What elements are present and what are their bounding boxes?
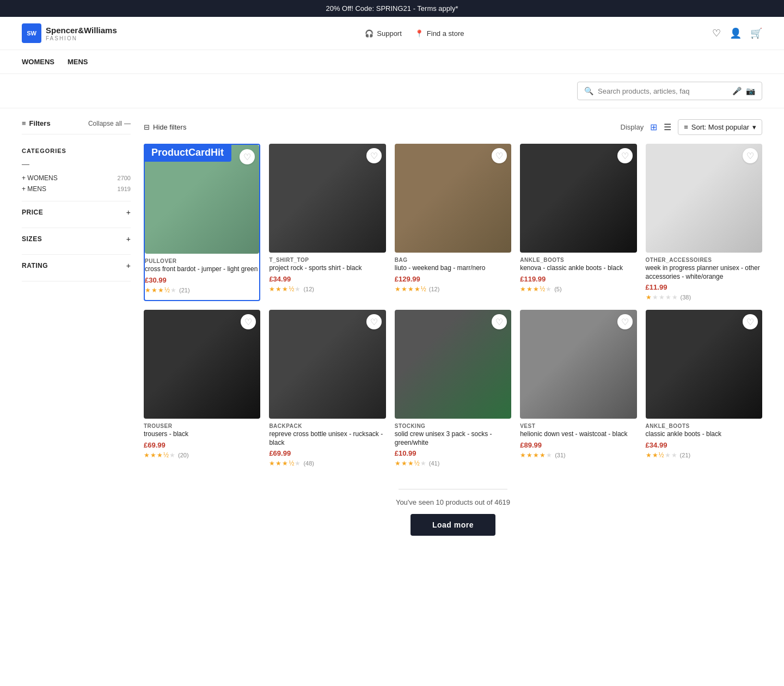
product-card[interactable]: ♡ STOCKING solid crew unisex 3 pack - so… [395, 310, 511, 467]
product-card[interactable]: ♡ TROUSER trousers - black £69.99 ★★★½★ … [144, 310, 260, 467]
product-category: ANKLE_BOOTS [520, 257, 636, 263]
voice-search-icon[interactable]: 🎤 [732, 87, 742, 95]
product-image-wrapper: ♡ [144, 310, 260, 419]
review-count: (41) [429, 460, 440, 467]
load-more-btn[interactable]: Load more [411, 514, 495, 536]
product-price: £34.99 [269, 275, 385, 283]
products-seen: You've seen 10 products out of 4619 [144, 498, 762, 506]
product-card[interactable]: ProductCardHit ♡ PULLOVER cross front ba… [144, 144, 260, 301]
filter-mens[interactable]: + MENS 1919 [22, 183, 131, 194]
review-count: (5) [554, 286, 561, 292]
nav-mens[interactable]: MENS [68, 56, 88, 68]
sizes-toggle[interactable]: SIZES + [22, 235, 131, 243]
header: SW Spencer&Williams FASHION 🎧 Support 📍 … [0, 17, 784, 50]
price-section: PRICE + [22, 201, 131, 228]
product-category: BAG [395, 257, 511, 263]
product-price: £129.99 [395, 275, 511, 283]
product-rating: ★★★★★ (38) [646, 293, 762, 301]
product-rating: ★★★½★ (12) [269, 285, 385, 293]
camera-search-icon[interactable]: 📷 [746, 87, 755, 95]
collapse-categories-icon: — [22, 160, 29, 168]
categories-section: CATEGORIES — + WOMENS 2700 + MENS 1919 [22, 141, 131, 201]
product-name: repreve cross bottle unisex - rucksack -… [269, 430, 385, 447]
hide-filters-btn[interactable]: ⊟ Hide filters [144, 123, 186, 131]
wishlist-btn[interactable]: ♡ [366, 314, 382, 329]
search-icon: 🔍 [584, 87, 593, 95]
product-card[interactable]: ♡ BAG liuto - weekend bag - marr/nero £1… [395, 144, 511, 301]
product-image-wrapper: ♡ [520, 144, 636, 253]
product-image-wrapper: ♡ [395, 310, 511, 419]
product-category: STOCKING [395, 423, 511, 429]
product-area-header: ⊟ Hide filters Display ⊞ ☰ ≡ Sort: Most … [144, 119, 762, 135]
wishlist-icon[interactable]: ♡ [712, 27, 721, 39]
product-image-wrapper: ♡ [269, 310, 385, 419]
product-card[interactable]: ♡ BACKPACK repreve cross bottle unisex -… [269, 310, 385, 467]
stars: ★★★½★ [395, 460, 427, 467]
sort-icon: ≡ [684, 123, 688, 131]
stars: ★★★★½ [395, 285, 427, 293]
product-price: £30.99 [145, 276, 259, 284]
stars: ★★★★★ [646, 293, 678, 301]
product-name: cross front bardot - jumper - light gree… [145, 265, 259, 274]
collapse-icon: — [124, 120, 131, 127]
wishlist-btn[interactable]: ♡ [617, 148, 633, 163]
product-image-wrapper: ♡ [269, 144, 385, 253]
product-grid: ProductCardHit ♡ PULLOVER cross front ba… [144, 144, 762, 467]
sort-chevron-icon: ▾ [752, 123, 756, 131]
product-name: liuto - weekend bag - marr/nero [395, 264, 511, 273]
brand-sub: FASHION [46, 35, 117, 41]
brand-name: Spencer&Williams [46, 26, 117, 35]
review-count: (20) [178, 452, 189, 458]
cart-icon[interactable]: 🛒 [750, 27, 762, 39]
product-name: trousers - black [144, 430, 260, 439]
top-banner: 20% Off! Code: SPRING21 - Terms apply* [0, 0, 784, 17]
wishlist-btn[interactable]: ♡ [743, 314, 758, 329]
filter-icon: ≡ [22, 119, 26, 127]
search-input[interactable] [598, 87, 728, 95]
filter-womens[interactable]: + WOMENS 2700 [22, 173, 131, 183]
product-price: £11.99 [646, 283, 762, 291]
product-price: £119.99 [520, 275, 636, 283]
support-link[interactable]: 🎧 Support [365, 29, 402, 38]
find-store-link[interactable]: 📍 Find a store [415, 29, 464, 38]
wishlist-btn[interactable]: ♡ [366, 148, 382, 163]
product-rating: ★★★★★ (31) [520, 451, 636, 459]
stars: ★★★½★ [520, 285, 552, 293]
account-icon[interactable]: 👤 [730, 27, 742, 39]
search-bar[interactable]: 🔍 🎤 📷 [577, 82, 762, 100]
product-card[interactable]: ♡ ANKLE_BOOTS kenova - classic ankle boo… [520, 144, 636, 301]
rating-toggle[interactable]: RATING + [22, 261, 131, 270]
sort-select[interactable]: ≡ Sort: Most popular ▾ [678, 119, 762, 135]
product-name: project rock - sports shirt - black [269, 264, 385, 273]
list-view-btn[interactable]: ☰ [664, 122, 671, 132]
product-price: £10.99 [395, 449, 511, 457]
product-image-wrapper: ♡ [646, 144, 762, 253]
product-price: £89.99 [520, 441, 636, 449]
headphone-icon: 🎧 [365, 29, 373, 38]
product-card[interactable]: ♡ VEST helionic down vest - waistcoat - … [520, 310, 636, 467]
product-card[interactable]: ♡ OTHER_ACCESSOIRES week in progress pla… [646, 144, 762, 301]
wishlist-btn[interactable]: ♡ [617, 314, 633, 329]
product-category: OTHER_ACCESSOIRES [646, 257, 762, 263]
rating-section: RATING + [22, 255, 131, 281]
nav-womens[interactable]: WOMENS [22, 56, 54, 68]
stars: ★★★½★ [145, 286, 177, 294]
product-category: PULLOVER [145, 258, 259, 264]
product-card[interactable]: ♡ ANKLE_BOOTS classic ankle boots - blac… [646, 310, 762, 467]
display-controls: Display ⊞ ☰ ≡ Sort: Most popular ▾ [621, 119, 762, 135]
categories-toggle[interactable]: — [22, 160, 131, 168]
collapse-all-btn[interactable]: Collapse all — [88, 120, 131, 127]
womens-count: 2700 [118, 175, 131, 181]
banner-text: 20% Off! Code: SPRING21 - Terms apply* [326, 4, 458, 13]
stars: ★★★★★ [520, 451, 553, 459]
wishlist-btn[interactable]: ♡ [743, 148, 758, 163]
wishlist-btn[interactable]: ♡ [492, 148, 507, 163]
review-count: (48) [303, 460, 314, 467]
product-card[interactable]: ♡ T_SHIRT_TOP project rock - sports shir… [269, 144, 385, 301]
product-rating: ★★★½★ (21) [145, 286, 259, 294]
grid-view-btn[interactable]: ⊞ [650, 122, 657, 132]
product-rating: ★★★½★ (5) [520, 285, 636, 293]
logo[interactable]: SW Spencer&Williams FASHION [22, 23, 117, 43]
price-toggle[interactable]: PRICE + [22, 208, 131, 217]
product-name: solid crew unisex 3 pack - socks - green… [395, 430, 511, 447]
